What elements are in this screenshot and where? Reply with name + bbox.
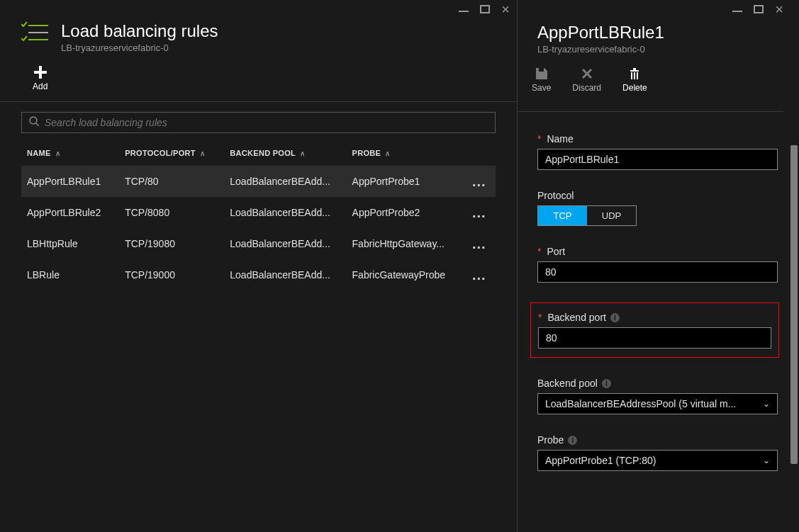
table-row[interactable]: AppPortLBRule1 TCP/80 LoadBalancerBEAdd.… [21, 166, 496, 197]
chevron-down-icon: ⌄ [763, 455, 770, 465]
plus-icon [34, 66, 47, 79]
name-input[interactable] [537, 149, 778, 170]
col-name[interactable]: NAME∧ [21, 140, 119, 166]
svg-rect-9 [630, 70, 639, 72]
maximize-icon[interactable] [754, 5, 764, 13]
name-field: *Name [537, 133, 778, 170]
row-more-icon[interactable]: ... [466, 259, 496, 290]
protocol-field: Protocol TCP UDP [537, 190, 778, 226]
protocol-toggle[interactable]: TCP UDP [537, 205, 637, 226]
left-window-controls: × [459, 4, 510, 14]
right-toolbar: Save Discard Delete [518, 55, 783, 103]
table-row[interactable]: AppPortLBRule2 TCP/8080 LoadBalancerBEAd… [21, 197, 496, 228]
cell-backend: LoadBalancerBEAdd... [224, 228, 346, 259]
right-form: *Name Protocol TCP UDP *Port *Backend po… [518, 112, 783, 471]
maximize-icon[interactable] [480, 5, 490, 13]
left-title: Load balancing rules [61, 21, 218, 41]
info-icon[interactable]: i [610, 313, 620, 322]
cell-probe: FabricGatewayProbe [347, 259, 466, 290]
protocol-tcp-option[interactable]: TCP [538, 206, 587, 225]
cell-name: AppPortLBRule1 [21, 166, 119, 197]
cell-backend: LoadBalancerBEAdd... [224, 259, 346, 290]
backend-port-field: *Backend porti [530, 302, 779, 358]
col-protocol[interactable]: PROTOCOL/PORT∧ [119, 140, 224, 166]
sort-icon: ∧ [200, 149, 205, 157]
left-header: Load balancing rules LB-tryazureservicef… [0, 0, 517, 53]
svg-rect-4 [34, 71, 47, 74]
rule-detail-panel: × AppPortLBRule1 LB-tryazureservicefabri… [518, 0, 799, 532]
lb-rules-icon [21, 21, 48, 44]
delete-button[interactable]: Delete [622, 67, 647, 93]
backend-pool-select[interactable]: LoadBalancerBEAddressPool (5 virtual m..… [537, 393, 778, 414]
cell-protocol: TCP/80 [119, 166, 224, 197]
svg-rect-12 [634, 72, 635, 79]
table-row[interactable]: LBRule TCP/19000 LoadBalancerBEAdd... Fa… [21, 259, 496, 290]
close-icon[interactable]: × [775, 4, 783, 14]
svg-point-5 [30, 117, 37, 124]
scroll-thumb[interactable] [790, 145, 798, 464]
sort-icon: ∧ [55, 149, 60, 157]
search-box[interactable] [21, 112, 496, 133]
minimize-icon[interactable] [732, 11, 742, 12]
cell-backend: LoadBalancerBEAdd... [224, 166, 346, 197]
cell-probe: AppPortProbe2 [347, 197, 466, 228]
table-row[interactable]: LBHttpRule TCP/19080 LoadBalancerBEAdd..… [21, 228, 496, 259]
cell-protocol: TCP/19000 [119, 259, 224, 290]
cell-backend: LoadBalancerBEAdd... [224, 197, 346, 228]
chevron-down-icon: ⌄ [763, 399, 770, 409]
protocol-udp-option[interactable]: UDP [587, 206, 636, 225]
svg-rect-10 [633, 68, 636, 70]
svg-line-6 [36, 123, 39, 126]
search-input[interactable] [45, 117, 488, 128]
search-icon [29, 116, 39, 129]
row-more-icon[interactable]: ... [466, 197, 496, 228]
right-title: AppPortLBRule1 [537, 23, 783, 43]
probe-field: Probei AppPortProbe1 (TCP:80) ⌄ [537, 434, 778, 471]
trash-icon [628, 67, 641, 80]
cell-probe: FabricHttpGateway... [347, 228, 466, 259]
left-content: NAME∧ PROTOCOL/PORT∧ BACKEND POOL∧ PROBE… [0, 102, 517, 300]
rules-table: NAME∧ PROTOCOL/PORT∧ BACKEND POOL∧ PROBE… [21, 140, 496, 290]
cell-protocol: TCP/19080 [119, 228, 224, 259]
backend-port-input[interactable] [538, 327, 771, 349]
row-more-icon[interactable]: ... [466, 228, 496, 259]
cell-probe: AppPortProbe1 [347, 166, 466, 197]
port-input[interactable] [537, 261, 778, 283]
save-icon [535, 67, 548, 80]
backend-pool-field: Backend pooli LoadBalancerBEAddressPool … [537, 378, 778, 414]
add-button[interactable]: Add [33, 66, 48, 91]
cell-name: LBHttpRule [21, 228, 119, 259]
right-subtitle: LB-tryazureservicefabric-0 [537, 44, 783, 55]
svg-rect-11 [631, 72, 632, 79]
right-window-controls: × [732, 4, 783, 14]
col-backend[interactable]: BACKEND POOL∧ [224, 140, 346, 166]
close-icon[interactable]: × [501, 4, 510, 14]
row-more-icon[interactable]: ... [466, 166, 496, 197]
cell-name: LBRule [21, 259, 119, 290]
left-subtitle: LB-tryazureservicefabric-0 [61, 43, 218, 53]
col-probe[interactable]: PROBE∧ [347, 140, 466, 166]
discard-icon [581, 67, 593, 80]
sort-icon: ∧ [385, 149, 390, 157]
port-field: *Port [537, 246, 778, 283]
discard-button[interactable]: Discard [572, 67, 601, 93]
info-icon[interactable]: i [568, 436, 577, 445]
left-toolbar: Add [0, 53, 517, 102]
cell-name: AppPortLBRule2 [21, 197, 119, 228]
info-icon[interactable]: i [602, 379, 611, 388]
save-button[interactable]: Save [532, 67, 551, 93]
probe-select[interactable]: AppPortProbe1 (TCP:80) ⌄ [537, 450, 778, 471]
sort-icon: ∧ [300, 149, 305, 157]
cell-protocol: TCP/8080 [119, 197, 224, 228]
right-scrollbar[interactable] [790, 0, 799, 532]
minimize-icon[interactable] [459, 11, 469, 12]
rules-list-panel: × Load balancing rules LB-tryazureservic… [0, 0, 518, 532]
svg-rect-13 [637, 72, 638, 79]
